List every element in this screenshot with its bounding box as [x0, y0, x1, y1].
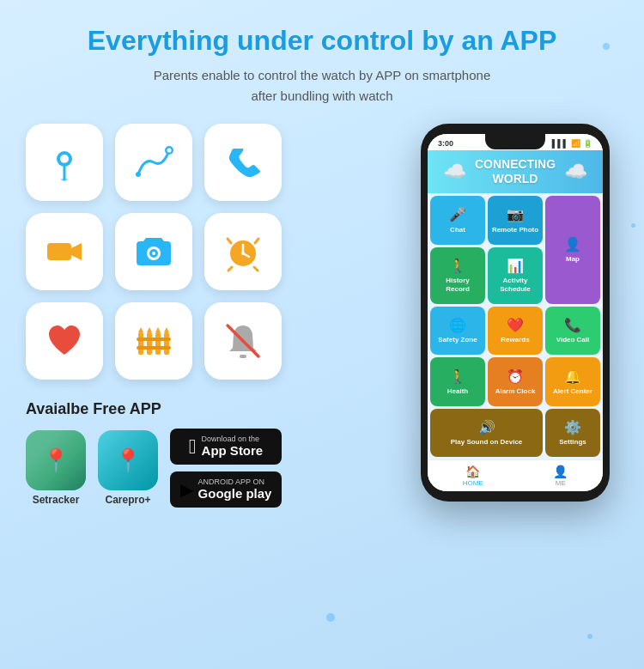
- bell-off-icon-card: [204, 302, 282, 380]
- decorative-dot: [603, 43, 610, 50]
- phone-screen: 3:00 ▌▌▌ 📶 🔋 ☁️ CONNECTING WORLD ☁️: [428, 134, 603, 491]
- page-title: Everything under control by an APP: [0, 0, 644, 57]
- status-icons: ▌▌▌ 📶 🔋: [552, 139, 592, 148]
- google-play-button[interactable]: ▶ ANDROID APP ON Google play: [170, 471, 282, 508]
- svg-marker-21: [138, 327, 143, 332]
- health-label: Health: [447, 387, 468, 396]
- svg-rect-25: [137, 338, 171, 341]
- safety-label: Safety Zone: [438, 336, 477, 344]
- phone-notch: [485, 134, 545, 149]
- app-logos-row: 📍 Setracker 📍 Carepro+ : [26, 429, 395, 508]
- available-section: Avaialbe Free APP 📍 Setracker 📍: [26, 400, 395, 508]
- history-record-cell[interactable]: 🚶 History Record: [430, 247, 485, 304]
- status-time: 3:00: [438, 139, 453, 148]
- video-call-label: Video Call: [556, 336, 590, 344]
- setracker-icon: 📍: [26, 430, 86, 490]
- alarm-clock-icon: ⏰: [507, 368, 524, 385]
- svg-marker-24: [164, 327, 169, 332]
- apple-icon: : [189, 435, 197, 459]
- app-store-big-text: App Store: [202, 443, 264, 459]
- svg-point-5: [167, 149, 172, 153]
- phone-mockup-column: 3:00 ▌▌▌ 📶 🔋 ☁️ CONNECTING WORLD ☁️: [412, 124, 618, 508]
- map-label: Map: [566, 255, 580, 264]
- nav-me[interactable]: 👤 ME: [553, 465, 568, 487]
- svg-rect-20: [164, 332, 169, 355]
- play-sound-label: Play Sound on Device: [451, 438, 523, 447]
- cloud-icon: ☁️: [443, 161, 466, 183]
- settings-icon: ⚙️: [564, 419, 581, 435]
- alert-center-cell[interactable]: 🔔 Alert Center: [545, 357, 600, 406]
- app-store-small-text: Download on the: [202, 435, 264, 443]
- play-sound-cell[interactable]: 🔊 Play Sound on Device: [430, 409, 543, 458]
- map-cell[interactable]: 👤 Map: [545, 196, 600, 304]
- map-icon: 👤: [564, 236, 581, 252]
- video-call-cell[interactable]: 📞 Video Call: [545, 307, 600, 356]
- features-icon-grid: [26, 124, 395, 380]
- phone-icon-card: [204, 124, 282, 201]
- app-grid: 🎤 Chat 📷 Remote Photo 👤 Map 🚶 History Re…: [428, 193, 603, 459]
- me-icon: 👤: [553, 465, 568, 478]
- left-column: Avaialbe Free APP 📍 Setracker 📍: [26, 124, 395, 508]
- svg-point-3: [61, 179, 68, 181]
- rewards-cell[interactable]: ❤️ Rewards: [488, 307, 543, 356]
- google-play-small-text: ANDROID APP ON: [198, 478, 272, 486]
- svg-marker-8: [71, 243, 82, 260]
- location-icon-card: [26, 124, 103, 201]
- chat-cell[interactable]: 🎤 Chat: [430, 196, 485, 245]
- settings-label: Settings: [559, 438, 586, 447]
- svg-rect-19: [155, 332, 161, 355]
- google-play-big-text: Google play: [198, 486, 272, 502]
- signal-icon: ▌▌▌: [552, 139, 568, 148]
- store-buttons-group:  Download on the App Store ▶ ANDROID AP…: [170, 429, 282, 508]
- setracker-app-item: 📍 Setracker: [26, 430, 86, 506]
- activity-icon: 📊: [507, 258, 524, 274]
- svg-rect-18: [147, 332, 152, 355]
- decorative-dot: [326, 613, 335, 622]
- setracker-label: Setracker: [33, 494, 80, 506]
- alert-label: Alert Center: [553, 387, 592, 396]
- svg-point-16: [241, 252, 245, 255]
- phone-frame: 3:00 ▌▌▌ 📶 🔋 ☁️ CONNECTING WORLD ☁️: [421, 124, 610, 502]
- alarm-clock-label: Alarm Clock: [495, 387, 536, 396]
- wifi-icon: 📶: [571, 139, 580, 148]
- health-icon: 🚶: [449, 368, 466, 385]
- battery-icon: 🔋: [583, 139, 592, 148]
- video-camera-icon-card: [26, 213, 103, 290]
- bottom-nav: 🏠 HOME 👤 ME: [428, 459, 603, 491]
- alarm-clock-cell[interactable]: ⏰ Alarm Clock: [488, 357, 543, 406]
- alarm-clock-icon-card: [204, 213, 282, 290]
- svg-point-11: [152, 252, 155, 255]
- health-cell[interactable]: 🚶 Health: [430, 357, 485, 406]
- nav-home[interactable]: 🏠 HOME: [463, 465, 483, 487]
- rewards-icon: ❤️: [507, 317, 524, 333]
- remote-photo-cell[interactable]: 📷 Remote Photo: [488, 196, 543, 245]
- activity-schedule-cell[interactable]: 📊 Activity Schedule: [488, 247, 543, 304]
- video-call-icon: 📞: [564, 317, 581, 333]
- play-sound-icon: 🔊: [478, 419, 495, 435]
- available-title: Avaialbe Free APP: [26, 400, 395, 418]
- svg-point-6: [136, 172, 141, 177]
- history-icon: 🚶: [449, 258, 466, 274]
- google-play-icon: ▶: [180, 479, 193, 500]
- svg-rect-7: [47, 243, 71, 260]
- nav-me-label: ME: [556, 479, 566, 487]
- remote-photo-icon: 📷: [507, 206, 524, 222]
- chat-label: Chat: [450, 226, 465, 234]
- carepro-icon: 📍: [98, 430, 158, 490]
- decorative-dot: [631, 223, 635, 228]
- safety-zone-cell[interactable]: 🌐 Safety Zone: [430, 307, 485, 356]
- app-store-button[interactable]:  Download on the App Store: [170, 429, 282, 465]
- safety-icon: 🌐: [449, 317, 466, 333]
- carepro-label: Carepro+: [105, 494, 150, 506]
- svg-rect-27: [240, 355, 246, 358]
- decorative-dot: [587, 634, 592, 639]
- route-icon-card: [115, 124, 192, 201]
- remote-photo-label: Remote Photo: [492, 226, 538, 234]
- svg-marker-23: [155, 327, 161, 332]
- home-icon: 🏠: [465, 465, 480, 478]
- activity-label: Activity Schedule: [491, 277, 539, 293]
- alert-icon: 🔔: [564, 368, 581, 385]
- settings-cell[interactable]: ⚙️ Settings: [545, 409, 600, 458]
- history-label: History Record: [434, 277, 482, 293]
- cloud-icon-2: ☁️: [564, 161, 587, 183]
